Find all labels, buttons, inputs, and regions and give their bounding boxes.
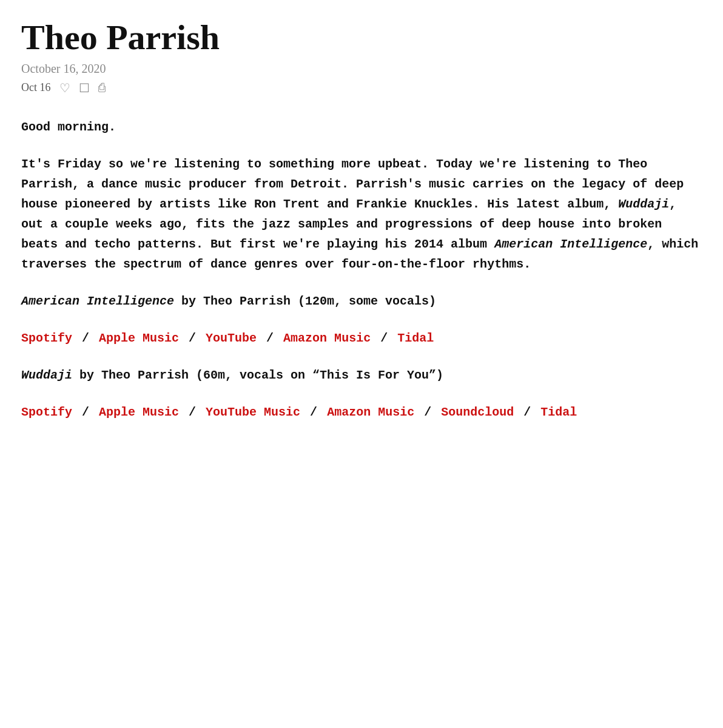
album1-spotify-link[interactable]: Spotify <box>21 331 72 345</box>
album2-title-italic: Wuddaji <box>21 368 72 382</box>
article-content: Good morning. It's Friday so we're liste… <box>21 117 702 422</box>
separator: / <box>417 405 439 419</box>
heart-icon[interactable]: ♡ <box>59 81 70 95</box>
greeting-paragraph: Good morning. <box>21 117 702 137</box>
separator: / <box>259 331 281 345</box>
post-date-full: October 16, 2020 <box>21 62 702 76</box>
album1-amazonmusic-link[interactable]: Amazon Music <box>283 331 371 345</box>
album-italic-american-intelligence: American Intelligence <box>494 237 647 251</box>
album1-youtube-link[interactable]: YouTube <box>206 331 257 345</box>
album2-soundcloud-link[interactable]: Soundcloud <box>441 405 514 419</box>
separator: / <box>181 331 203 345</box>
album2-block: Wuddaji by Theo Parrish (60m, vocals on … <box>21 365 702 422</box>
separator: / <box>181 405 203 419</box>
post-meta: Oct 16 ♡ ☐ ⎙ <box>21 81 702 95</box>
album1-description: American Intelligence by Theo Parrish (1… <box>21 291 702 311</box>
album2-youtubemusic-link[interactable]: YouTube Music <box>206 405 300 419</box>
album1-tidal-link[interactable]: Tidal <box>397 331 434 345</box>
album1-applemusic-link[interactable]: Apple Music <box>99 331 179 345</box>
page-title: Theo Parrish <box>21 18 702 57</box>
album1-title-italic: American Intelligence <box>21 294 174 308</box>
album2-applemusic-link[interactable]: Apple Music <box>99 405 179 419</box>
comment-icon[interactable]: ☐ <box>79 81 90 95</box>
post-date-short: Oct 16 <box>21 81 51 94</box>
separator: / <box>373 331 395 345</box>
album2-description: Wuddaji by Theo Parrish (60m, vocals on … <box>21 365 702 385</box>
album2-tidal-link[interactable]: Tidal <box>540 405 577 419</box>
album1-block: American Intelligence by Theo Parrish (1… <box>21 291 702 348</box>
separator: / <box>75 331 96 345</box>
album1-links: Spotify / Apple Music / YouTube / Amazon… <box>21 328 702 348</box>
album2-spotify-link[interactable]: Spotify <box>21 405 72 419</box>
separator: / <box>516 405 538 419</box>
share-icon[interactable]: ⎙ <box>98 81 106 95</box>
separator: / <box>75 405 96 419</box>
album2-links: Spotify / Apple Music / YouTube Music / … <box>21 402 702 422</box>
separator: / <box>303 405 325 419</box>
album2-amazonmusic-link[interactable]: Amazon Music <box>327 405 414 419</box>
body-paragraph: It's Friday so we're listening to someth… <box>21 154 702 274</box>
album-italic-wuddaji: Wuddaji <box>618 197 669 211</box>
